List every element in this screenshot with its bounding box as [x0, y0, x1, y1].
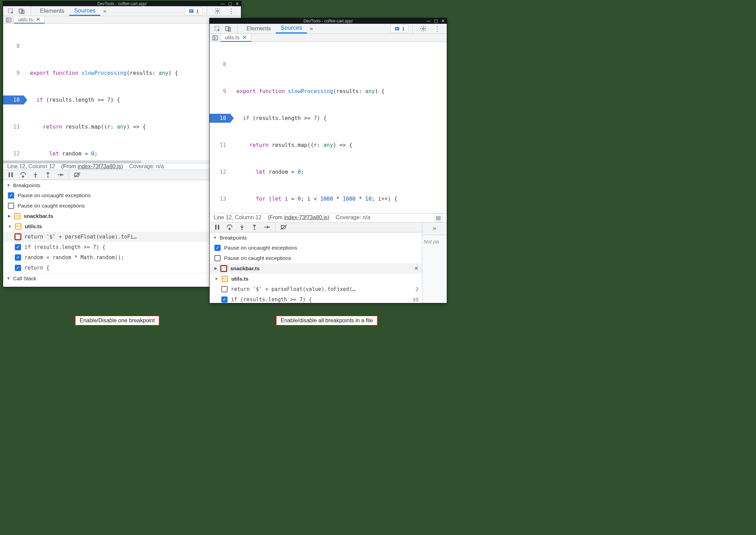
- breakpoint-row[interactable]: if (results.length >= 7) {10: [210, 294, 422, 303]
- breakpoint-row[interactable]: random = random * Math.random();14: [3, 252, 241, 263]
- expand-side-pane-icon[interactable]: »: [422, 222, 447, 235]
- titlebar[interactable]: DevTools - coffee-cart.app/ — ▢ ✕: [3, 1, 241, 6]
- more-menu-icon[interactable]: ⋮: [431, 24, 443, 33]
- pause-icon[interactable]: [6, 170, 16, 180]
- checkbox-on[interactable]: [15, 244, 21, 250]
- file-icon: <>: [15, 223, 21, 230]
- titlebar[interactable]: DevTools - coffee-cart.app/ — ▢ ✕: [210, 18, 447, 24]
- line-number[interactable]: 9: [3, 69, 24, 78]
- inspect-icon[interactable]: [6, 6, 16, 16]
- checkbox-off[interactable]: [8, 203, 14, 209]
- breakpoint-row[interactable]: return {16: [3, 263, 241, 273]
- sourcemap-link[interactable]: (From index-73f73a80.js): [61, 163, 123, 170]
- breakpoint-row[interactable]: if (results.length >= 7) {10: [3, 242, 241, 252]
- checkbox-on[interactable]: [15, 254, 21, 261]
- svg-point-11: [22, 176, 24, 177]
- breakpoints-header[interactable]: ▼Breakpoints: [3, 180, 241, 190]
- minimize-button[interactable]: —: [221, 1, 225, 6]
- line-number[interactable]: 8: [210, 60, 230, 69]
- pause-icon[interactable]: [212, 222, 222, 232]
- file-tabs: utils.ts✕: [210, 34, 447, 42]
- line-number[interactable]: 11: [210, 141, 230, 150]
- maximize-button[interactable]: ▢: [434, 19, 438, 23]
- line-number[interactable]: 12: [3, 149, 24, 158]
- line-number[interactable]: 12: [210, 168, 230, 176]
- line-number[interactable]: 8: [3, 42, 24, 51]
- breakpoint-row[interactable]: return '$' + parseFloat(value).toFixed(……: [210, 284, 422, 294]
- breakpoints-header[interactable]: ▼Breakpoints: [210, 232, 422, 243]
- pause-uncaught-row[interactable]: Pause on uncaught exceptions: [210, 243, 422, 253]
- issues-badge[interactable]: 1: [185, 7, 203, 16]
- callstack-header[interactable]: ▼Call Stack: [3, 273, 241, 283]
- gutter[interactable]: 8 9 10 11 12 13 ?14 15 16: [3, 24, 24, 160]
- devtools-window-left: DevTools - coffee-cart.app/ — ▢ ✕ Elemen…: [3, 1, 241, 287]
- line-number[interactable]: 9: [210, 87, 230, 96]
- step-icon[interactable]: [262, 222, 272, 232]
- file-tab-utils[interactable]: utils.ts✕: [221, 34, 251, 42]
- device-toggle-icon[interactable]: [223, 24, 233, 33]
- breakpoint-row[interactable]: return '$' + parseFloat(value).toFi… ✎ ✕…: [3, 232, 241, 242]
- remove-file-breakpoints-icon[interactable]: ✕: [414, 265, 419, 272]
- checkbox-off-highlighted[interactable]: [15, 234, 21, 240]
- maximize-button[interactable]: ▢: [228, 1, 232, 6]
- pause-caught-row[interactable]: Pause on caught exceptions: [210, 253, 422, 263]
- pause-uncaught-row[interactable]: Pause on uncaught exceptions: [3, 190, 241, 201]
- step-out-icon[interactable]: [43, 170, 53, 180]
- file-group-utils[interactable]: ▼<>utils.ts: [210, 274, 422, 284]
- settings-icon[interactable]: [417, 25, 430, 32]
- tab-sources[interactable]: Sources: [69, 6, 100, 16]
- svg-point-29: [254, 229, 255, 230]
- minimize-button[interactable]: —: [426, 19, 431, 23]
- settings-icon[interactable]: [211, 8, 224, 14]
- line-number-breakpoint[interactable]: 10: [210, 114, 230, 123]
- file-group-snackbar[interactable]: ▶snackbar.ts✕: [210, 263, 422, 274]
- close-file-tab-icon[interactable]: ✕: [242, 34, 247, 41]
- horizontal-scrollbar[interactable]: [3, 160, 241, 163]
- device-toggle-icon[interactable]: [17, 6, 27, 16]
- tab-sources[interactable]: Sources: [276, 24, 307, 33]
- step-out-icon[interactable]: [250, 222, 259, 232]
- issues-badge[interactable]: 1: [391, 24, 409, 33]
- step-over-icon[interactable]: [225, 222, 234, 232]
- line-number[interactable]: 13: [210, 194, 230, 203]
- code-content[interactable]: export function slowProcessing(results: …: [230, 42, 397, 213]
- checkbox-on[interactable]: [221, 296, 228, 303]
- code-editor[interactable]: 8 9 10 11 12 13 ?14 15 16 export functio…: [210, 42, 447, 213]
- file-group-utils[interactable]: ▼<>utils.ts: [3, 221, 241, 232]
- svg-rect-1: [19, 9, 23, 13]
- deactivate-breakpoints-icon[interactable]: [72, 170, 82, 180]
- show-navigator-icon[interactable]: [3, 16, 14, 23]
- checkbox-on[interactable]: [15, 265, 21, 271]
- step-icon[interactable]: [56, 170, 65, 180]
- more-tabs-icon[interactable]: »: [307, 25, 315, 32]
- file-group-snackbar[interactable]: ▶<>snackbar.ts: [3, 211, 241, 221]
- checkbox-off[interactable]: [221, 286, 228, 292]
- line-number[interactable]: 11: [3, 122, 24, 131]
- code-content[interactable]: export function slowProcessing(results: …: [24, 24, 178, 160]
- checkbox-on[interactable]: [214, 245, 221, 251]
- close-file-tab-icon[interactable]: ✕: [36, 16, 40, 23]
- deactivate-breakpoints-icon[interactable]: [279, 222, 289, 232]
- close-button[interactable]: ✕: [235, 1, 239, 6]
- tab-elements[interactable]: Elements: [35, 6, 69, 16]
- close-button[interactable]: ✕: [441, 19, 445, 23]
- step-into-icon[interactable]: [31, 170, 40, 180]
- line-number-breakpoint[interactable]: 10: [3, 95, 24, 104]
- file-tab-utils[interactable]: utils.ts ✕: [14, 16, 45, 23]
- checkbox-off-highlighted[interactable]: [221, 265, 227, 272]
- gutter[interactable]: 8 9 10 11 12 13 ?14 15 16: [210, 42, 230, 213]
- cursor-position: Line 12, Column 12: [214, 214, 262, 221]
- sourcemap-link[interactable]: (From index-73f73a80.js): [268, 214, 330, 221]
- inspect-icon[interactable]: [212, 24, 222, 33]
- checkbox-on[interactable]: [8, 192, 14, 199]
- more-menu-icon[interactable]: ⋮: [225, 7, 238, 15]
- checkbox-off[interactable]: [214, 255, 221, 261]
- pause-caught-row[interactable]: Pause on caught exceptions: [3, 201, 241, 211]
- step-over-icon[interactable]: [18, 170, 28, 180]
- more-tabs-icon[interactable]: »: [100, 8, 109, 14]
- show-details-icon[interactable]: ▤: [434, 213, 443, 222]
- tab-elements[interactable]: Elements: [242, 24, 276, 33]
- show-navigator-icon[interactable]: [210, 34, 221, 42]
- step-into-icon[interactable]: [237, 222, 247, 232]
- code-editor[interactable]: 8 9 10 11 12 13 ?14 15 16 export functio…: [3, 24, 241, 160]
